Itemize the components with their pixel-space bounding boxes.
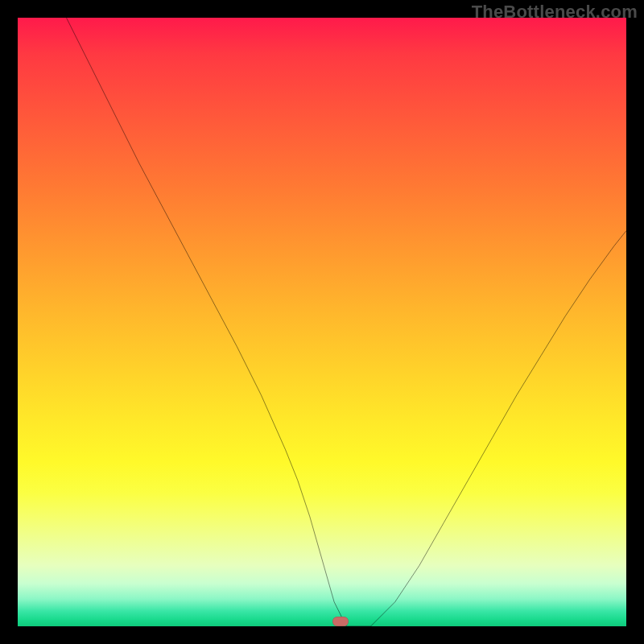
- watermark-text: TheBottleneck.com: [472, 2, 638, 23]
- optimal-point-marker: [332, 617, 349, 626]
- plot-area: [18, 18, 626, 626]
- bottleneck-curve: [18, 18, 626, 626]
- chart-stage: TheBottleneck.com: [0, 0, 644, 644]
- curve-path: [66, 18, 626, 626]
